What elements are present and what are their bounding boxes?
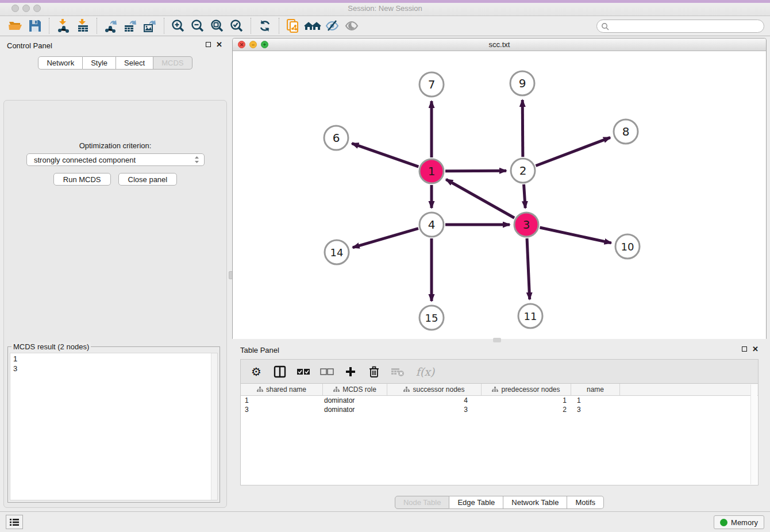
table-tabs: Node TableEdge TableNetwork TableMotifs — [232, 496, 767, 509]
node-1[interactable]: 1 — [419, 159, 444, 183]
toolbar-separator — [164, 18, 164, 34]
tab-edge-table[interactable]: Edge Table — [449, 496, 503, 509]
table-row[interactable]: 3dominator323 — [241, 405, 758, 414]
table-row[interactable]: 1dominator411 — [241, 396, 758, 405]
node-15[interactable]: 15 — [419, 306, 444, 330]
node-11[interactable]: 11 — [518, 304, 542, 328]
export-network-icon[interactable] — [101, 17, 121, 34]
search-input[interactable] — [611, 22, 764, 30]
table-cell[interactable]: 1 — [482, 396, 571, 404]
table-cell[interactable]: 1 — [571, 396, 620, 404]
column-label: shared name — [266, 385, 306, 394]
node-4[interactable]: 4 — [419, 213, 444, 237]
refresh-icon[interactable] — [255, 17, 275, 34]
node-9[interactable]: 9 — [510, 71, 534, 95]
function-builder-icon: f(x) — [414, 364, 437, 379]
clone-network-icon[interactable] — [283, 17, 303, 34]
add-column-icon[interactable] — [343, 364, 358, 379]
import-table-icon[interactable] — [73, 17, 93, 34]
node-8[interactable]: 8 — [614, 119, 638, 144]
table-cell[interactable]: 3 — [241, 406, 323, 414]
export-image-icon[interactable] — [140, 17, 160, 34]
column-type-icon — [333, 387, 340, 392]
column-header-MCDS-role[interactable]: MCDS role — [323, 384, 387, 395]
table-cell[interactable]: 4 — [387, 396, 482, 404]
select-all-columns-icon[interactable] — [296, 364, 311, 379]
node-7[interactable]: 7 — [419, 72, 444, 97]
memory-button[interactable]: Memory — [714, 515, 764, 529]
tab-motifs[interactable]: Motifs — [567, 496, 604, 509]
table-cell[interactable]: dominator — [323, 406, 387, 414]
node-10[interactable]: 10 — [615, 234, 640, 259]
toolbar-separator — [49, 18, 49, 34]
control-panel: Control Panel ✕ NetworkStyleSelectMCDS O… — [0, 38, 230, 509]
table-cell[interactable]: 3 — [387, 406, 482, 414]
hide-selected-icon[interactable] — [322, 17, 342, 34]
tab-network[interactable]: Network — [38, 56, 83, 70]
edge-3-1[interactable] — [446, 179, 514, 218]
node-3[interactable]: 3 — [514, 213, 538, 237]
export-table-icon[interactable] — [121, 17, 140, 34]
first-neighbors-icon[interactable] — [303, 17, 322, 34]
edge-2-8[interactable] — [536, 137, 610, 165]
result-scrollbar[interactable] — [211, 353, 217, 500]
edge-2-3[interactable] — [524, 184, 526, 208]
network-window-titlebar[interactable]: ✕ − + scc.txt — [233, 38, 766, 51]
close-panel-icon[interactable]: ✕ — [216, 42, 222, 47]
memory-label: Memory — [731, 518, 758, 527]
import-network-icon[interactable] — [53, 17, 73, 34]
edge-3-11[interactable] — [527, 238, 530, 299]
run-mcds-button[interactable]: Run MCDS — [53, 173, 111, 186]
tab-node-table[interactable]: Node Table — [395, 496, 450, 509]
column-browser-icon[interactable] — [272, 364, 287, 379]
tab-select[interactable]: Select — [116, 56, 153, 70]
criterion-select[interactable]: strongly connected component — [26, 153, 205, 166]
tab-network-table[interactable]: Network Table — [503, 496, 567, 509]
delete-column-icon[interactable] — [367, 364, 382, 379]
open-session-icon[interactable] — [6, 17, 25, 34]
zoom-selected-icon[interactable] — [227, 17, 247, 34]
horizontal-splitter-grip[interactable] — [493, 338, 501, 342]
float-panel-icon[interactable] — [206, 42, 211, 47]
close-panel-icon[interactable]: ✕ — [752, 346, 759, 352]
status-bar: Memory — [0, 511, 770, 532]
main-toolbar — [0, 16, 770, 36]
table-scrollbar[interactable] — [750, 384, 757, 484]
node-2[interactable]: 2 — [511, 159, 535, 183]
node-6[interactable]: 6 — [324, 126, 348, 150]
zoom-fit-icon[interactable] — [207, 17, 227, 34]
table-cell[interactable]: dominator — [323, 396, 387, 404]
mcds-result-textarea[interactable]: 13 — [10, 353, 218, 500]
column-type-icon — [492, 387, 498, 392]
edge-4-14[interactable] — [353, 229, 418, 248]
float-panel-icon[interactable] — [742, 346, 747, 352]
close-panel-button[interactable]: Close panel — [118, 173, 178, 186]
save-session-icon[interactable] — [25, 17, 45, 34]
task-history-button[interactable] — [6, 515, 23, 529]
edge-2-9[interactable] — [522, 100, 523, 157]
show-all-icon[interactable] — [342, 17, 361, 34]
table-panel: Table Panel ✕ ⚙ f(x) shared nameMCDS rol… — [232, 342, 767, 509]
tab-mcds[interactable]: MCDS — [153, 56, 192, 70]
zoom-in-icon[interactable] — [168, 17, 188, 34]
result-line: 1 — [13, 354, 217, 364]
column-header-name[interactable]: name — [571, 384, 620, 395]
table-cell[interactable]: 2 — [482, 406, 571, 414]
toolbar-separator — [279, 18, 279, 34]
edge-3-10[interactable] — [540, 228, 611, 243]
table-settings-gear-icon[interactable]: ⚙ — [249, 364, 264, 379]
table-cell[interactable]: 3 — [571, 406, 620, 414]
tab-style[interactable]: Style — [83, 56, 116, 70]
node-14[interactable]: 14 — [325, 240, 349, 264]
zoom-out-icon[interactable] — [188, 17, 207, 34]
column-header-successor-nodes[interactable]: successor nodes — [387, 384, 482, 395]
network-window-title: scc.txt — [233, 40, 766, 49]
column-type-icon — [257, 387, 263, 392]
column-header-predecessor-nodes[interactable]: predecessor nodes — [482, 384, 571, 395]
network-canvas[interactable]: 7968124314101511 — [233, 51, 766, 339]
table-cell[interactable]: 1 — [241, 396, 323, 404]
deselect-all-columns-icon[interactable] — [319, 364, 334, 379]
edge-1-6[interactable] — [352, 144, 418, 167]
column-header-shared-name[interactable]: shared name — [241, 384, 323, 395]
edge-1-2[interactable] — [445, 171, 506, 171]
